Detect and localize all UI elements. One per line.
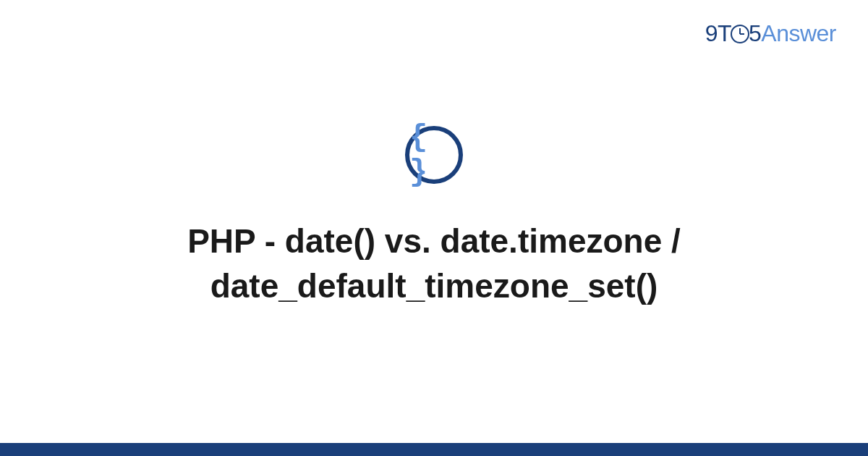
logo-text-9t: 9T xyxy=(705,20,731,46)
braces-glyph: { } xyxy=(409,120,459,190)
main-content: { } PHP - date() vs. date.timezone / dat… xyxy=(0,0,868,456)
clock-icon xyxy=(731,25,749,43)
logo-text-answer: Answer xyxy=(761,20,836,46)
site-logo: 9T5Answer xyxy=(705,20,836,47)
bottom-accent-bar xyxy=(0,443,868,456)
page-title: PHP - date() vs. date.timezone / date_de… xyxy=(101,219,767,308)
logo-text-5: 5 xyxy=(749,20,761,46)
code-braces-icon: { } xyxy=(405,126,463,184)
